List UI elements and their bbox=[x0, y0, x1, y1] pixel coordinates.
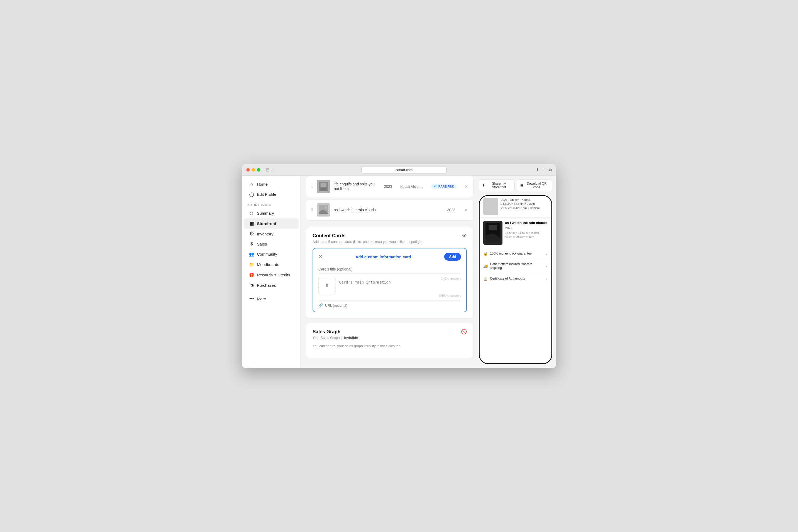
phone-preview: 2023 · On film · Kodak... 11.69in × 16.5… bbox=[479, 195, 552, 364]
chevron-down-icon[interactable]: ∨ bbox=[545, 277, 548, 280]
purchases-icon: 🛍 bbox=[249, 283, 254, 288]
more-icon: ••• bbox=[249, 296, 254, 301]
sidebar-rewards-label: Rewards & Credits bbox=[257, 273, 290, 277]
qr-icon: ⊞ bbox=[520, 184, 523, 187]
card-main-info-input[interactable] bbox=[339, 280, 461, 293]
fullscreen-traffic-light[interactable] bbox=[257, 168, 261, 172]
sidebar-item-inventory[interactable]: 🖼 Inventory bbox=[244, 229, 299, 239]
back-arrow-icon[interactable]: ‹ bbox=[271, 168, 273, 172]
sidebar-item-more[interactable]: ••• More bbox=[244, 294, 299, 304]
svg-rect-3 bbox=[321, 188, 326, 190]
sidebar-item-purchases[interactable]: 🛍 Purchases bbox=[244, 280, 299, 290]
browser-body: ⌂ Home ◯ Edit Profile ARTIST TOOLS ◎ Sum… bbox=[242, 176, 556, 368]
sales-graph-subtitle: Your Sales Graph is invisible bbox=[312, 336, 467, 340]
sidebar-item-community[interactable]: 👥 Community bbox=[244, 249, 299, 259]
new-tab-icon[interactable]: + bbox=[543, 168, 545, 172]
list-item: 2023 · On film · Kodak... 11.69in × 16.5… bbox=[480, 196, 551, 217]
money-back-label: 100% money-back guarantee bbox=[490, 252, 532, 255]
artwork-title: as i watch the rain clouds bbox=[334, 208, 443, 212]
remove-artwork-button[interactable]: ✕ bbox=[463, 183, 469, 190]
sidebar-item-moodboards[interactable]: 📁 Moodboards bbox=[244, 259, 299, 270]
sidebar-item-sales[interactable]: $ Sales bbox=[244, 239, 299, 249]
sidebar-item-storefront[interactable]: ▦ Storefront bbox=[244, 218, 299, 229]
right-panel: ⬆ Share my Storefront ⊞ Download QR code bbox=[479, 176, 556, 368]
list-item: 📋 Certificate of Authenticity ∨ bbox=[480, 273, 551, 284]
truck-icon: 🚚 bbox=[483, 264, 488, 268]
close-card-form-button[interactable]: ✕ bbox=[318, 254, 322, 260]
artist-tools-section-label: ARTIST TOOLS bbox=[242, 200, 300, 208]
card-content-area: ⬆ 0/42 characters 0/180 characters bbox=[318, 277, 461, 297]
drag-handle-icon[interactable]: ⠿ bbox=[310, 208, 313, 212]
rewards-icon: 🎁 bbox=[249, 272, 254, 278]
certificate-label: Certificate of Authenticity bbox=[490, 277, 525, 280]
phone-artwork-title: as i watch the rain clouds bbox=[505, 221, 548, 225]
custom-card-form-title: Add custom information card bbox=[355, 254, 411, 259]
card-url-input[interactable] bbox=[325, 304, 461, 307]
sidebar-divider bbox=[242, 292, 300, 292]
list-item: as i watch the rain clouds 2023 16.54in … bbox=[480, 217, 551, 248]
artwork-thumbnail bbox=[317, 203, 330, 216]
remove-artwork-button[interactable]: ✕ bbox=[463, 206, 469, 214]
chevron-down-icon[interactable]: ∨ bbox=[545, 264, 548, 268]
sidebar-inventory-label: Inventory bbox=[257, 232, 273, 236]
sidebar-community-label: Community bbox=[257, 252, 277, 256]
browser-actions: ⬆ + ⧉ bbox=[535, 167, 552, 172]
sidebar-toggle-icon[interactable]: ⊡ bbox=[266, 167, 269, 172]
phone-artwork-details: 2023 · On film · Kodak... bbox=[501, 198, 548, 202]
phone-feature-left: 🚚 Cohart offers insured, flat-rate shipp… bbox=[483, 262, 543, 270]
inventory-icon: 🖼 bbox=[249, 231, 254, 236]
sidebar-item-summary[interactable]: ◎ Summary bbox=[244, 208, 299, 218]
visibility-toggle-icon[interactable]: 👁 bbox=[462, 233, 467, 239]
card-title-input[interactable] bbox=[318, 265, 461, 274]
sidebar-item-home[interactable]: ⌂ Home bbox=[244, 179, 299, 189]
add-card-button[interactable]: Add bbox=[444, 253, 461, 261]
shipping-label: Cohart offers insured, flat-rate shippin… bbox=[490, 262, 543, 270]
url-input[interactable]: cohart.com bbox=[361, 166, 446, 173]
artwork-year: 2023 bbox=[384, 184, 392, 189]
sidebar-home-label: Home bbox=[257, 182, 268, 187]
drag-handle-icon[interactable]: ⠿ bbox=[310, 184, 313, 189]
chevron-down-icon[interactable]: ∨ bbox=[545, 252, 548, 255]
sidebar-more-label: More bbox=[257, 297, 266, 301]
custom-info-card-form: ✕ Add custom information card Add ⬆ 0/42… bbox=[312, 248, 467, 312]
sidebar: ⌂ Home ◯ Edit Profile ARTIST TOOLS ◎ Sum… bbox=[242, 176, 301, 368]
upload-icon: ⬆ bbox=[325, 282, 329, 289]
card-text-area: 0/42 characters 0/180 characters bbox=[339, 277, 461, 297]
artwork-medium: Kodak Vision... bbox=[400, 185, 423, 189]
list-item: 🔒 100% money-back guarantee ∨ bbox=[480, 248, 551, 259]
phone-artwork-year: 2023 bbox=[505, 226, 548, 230]
content-cards-section: Content Cards 👁 Add up to 5 content card… bbox=[306, 227, 474, 318]
sidebar-item-rewards[interactable]: 🎁 Rewards & Credits bbox=[244, 270, 299, 280]
svg-point-6 bbox=[325, 206, 327, 209]
share-icon: ⬆ bbox=[482, 184, 485, 187]
close-traffic-light[interactable] bbox=[246, 168, 250, 172]
browser-controls: ⊡ ‹ bbox=[266, 167, 273, 172]
card-url-row: 🔗 bbox=[318, 300, 461, 307]
sidebar-summary-label: Summary bbox=[257, 211, 274, 215]
sales-graph-title: Sales Graph bbox=[312, 329, 341, 335]
list-item: 🚚 Cohart offers insured, flat-rate shipp… bbox=[480, 259, 551, 273]
sales-subtitle-prefix: Your Sales Graph is bbox=[312, 336, 344, 340]
rare-find-icon: 💎 bbox=[433, 185, 437, 188]
sidebar-sales-label: Sales bbox=[257, 242, 267, 246]
share-icon[interactable]: ⬆ bbox=[535, 167, 539, 172]
phone-artwork-thumbnail bbox=[483, 198, 498, 215]
download-qr-button[interactable]: ⊞ Download QR code bbox=[517, 179, 552, 191]
content-cards-subtitle: Add up to 5 content cards (links, photos… bbox=[312, 240, 467, 244]
phone-content: 2023 · On film · Kodak... 11.69in × 16.5… bbox=[480, 196, 551, 363]
sales-visibility-icon[interactable]: 🚫 bbox=[461, 329, 467, 335]
sidebar-item-edit-profile[interactable]: ◯ Edit Profile bbox=[244, 189, 299, 200]
custom-card-header: ✕ Add custom information card Add bbox=[318, 253, 461, 261]
phone-artwork-dims: 11.69in × 16.54in × 0.39in | 29.69cm × 4… bbox=[501, 202, 548, 210]
minimize-traffic-light[interactable] bbox=[252, 168, 255, 172]
phone-feature-left: 🔒 100% money-back guarantee bbox=[483, 251, 532, 255]
tabs-icon[interactable]: ⧉ bbox=[549, 168, 552, 172]
card-upload-button[interactable]: ⬆ bbox=[318, 277, 336, 294]
share-storefront-button[interactable]: ⬆ Share my Storefront bbox=[479, 179, 515, 191]
sidebar-storefront-label: Storefront bbox=[257, 221, 277, 226]
lock-icon: 🔒 bbox=[483, 251, 488, 255]
main-info-char-count: 0/180 characters bbox=[339, 294, 461, 297]
sales-graph-section: Sales Graph 🚫 Your Sales Graph is invisi… bbox=[306, 323, 474, 358]
sales-graph-header: Sales Graph 🚫 bbox=[312, 329, 467, 335]
sidebar-purchases-label: Purchases bbox=[257, 283, 276, 288]
